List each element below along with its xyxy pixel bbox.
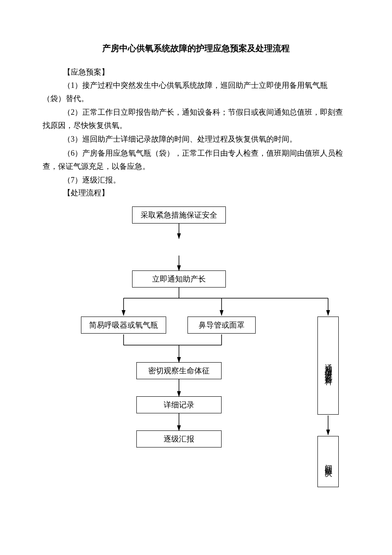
- flow-node-observe-vitals: 密切观察生命体征: [136, 362, 222, 379]
- paragraph-1: （1）接产过程中突然发生中心供氧系统故障，巡回助产士立即使用备用氧气瓶（袋）替代…: [43, 79, 349, 105]
- flowchart: 中心供氧系统故障 采取紧急措施保证安全 立即通知助产长 简易呼吸器或氧气瓶 鼻导…: [68, 206, 375, 505]
- page-title: 产房中心供氧系统故障的护理应急预案及处理流程: [43, 43, 349, 54]
- flow-node-problem-solved: 问题解决: [317, 436, 339, 487]
- flow-node-record: 详细记录: [136, 396, 222, 413]
- flow-node-ventilator-cylinder: 简易呼吸器或氧气瓶: [81, 317, 166, 334]
- flow-node-notify-duty-equipment: 通知总值班或设备科: [317, 317, 339, 415]
- paragraph-4: （6）产房备用应急氧气瓶（袋），正常工作日由专人检查，值班期间由值班人员检查，保…: [43, 147, 349, 173]
- paragraph-3: （3）巡回助产士详细记录故障的时间、处理过程及恢复供氧的时间。: [43, 133, 349, 146]
- paragraph-2: （2）正常工作日立即报告助产长，通知设备科；节假日或夜间通知总值班，即刻查找原因…: [43, 106, 349, 132]
- section-process-flow-header: 【处理流程】: [63, 188, 349, 198]
- paragraph-5: （7）逐级汇报。: [43, 174, 349, 187]
- flow-node-notify-head: 立即通知助产长: [132, 270, 226, 288]
- flow-node-emergency-measures: 采取紧急措施保证安全: [132, 206, 226, 224]
- section-emergency-plan-header: 【应急预案】: [63, 67, 349, 77]
- flow-node-nasal-mask: 鼻导管或面罩: [187, 317, 256, 334]
- flow-node-report-up: 逐级汇报: [136, 430, 222, 447]
